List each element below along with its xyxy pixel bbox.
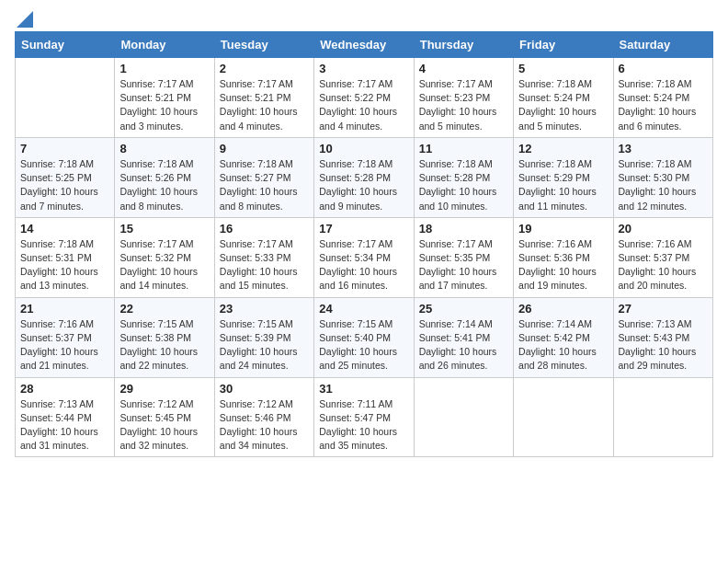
calendar-cell: 18Sunrise: 7:17 AM Sunset: 5:35 PM Dayli… xyxy=(414,217,513,297)
day-info: Sunrise: 7:16 AM Sunset: 5:37 PM Dayligh… xyxy=(20,317,109,373)
day-info: Sunrise: 7:18 AM Sunset: 5:31 PM Dayligh… xyxy=(20,237,109,293)
calendar-body: 1Sunrise: 7:17 AM Sunset: 5:21 PM Daylig… xyxy=(16,58,713,457)
weekday-header-thursday: Thursday xyxy=(414,32,513,58)
day-info: Sunrise: 7:18 AM Sunset: 5:27 PM Dayligh… xyxy=(220,157,309,213)
day-number: 1 xyxy=(119,62,209,75)
day-info: Sunrise: 7:17 AM Sunset: 5:23 PM Dayligh… xyxy=(419,77,508,133)
calendar-cell: 16Sunrise: 7:17 AM Sunset: 5:33 PM Dayli… xyxy=(214,217,313,297)
weekday-header-friday: Friday xyxy=(514,32,613,58)
day-number: 24 xyxy=(319,302,408,316)
day-number: 6 xyxy=(619,62,708,75)
calendar-cell: 8Sunrise: 7:18 AM Sunset: 5:26 PM Daylig… xyxy=(115,137,214,217)
day-info: Sunrise: 7:15 AM Sunset: 5:40 PM Dayligh… xyxy=(319,317,408,373)
calendar-week-5: 28Sunrise: 7:13 AM Sunset: 5:44 PM Dayli… xyxy=(16,377,713,457)
day-number: 13 xyxy=(619,142,708,155)
day-info: Sunrise: 7:12 AM Sunset: 5:45 PM Dayligh… xyxy=(119,397,209,454)
calendar-cell: 19Sunrise: 7:16 AM Sunset: 5:36 PM Dayli… xyxy=(514,217,613,297)
day-number: 16 xyxy=(220,222,309,236)
day-number: 21 xyxy=(20,302,109,316)
day-info: Sunrise: 7:11 AM Sunset: 5:47 PM Dayligh… xyxy=(319,397,408,454)
calendar-cell: 2Sunrise: 7:17 AM Sunset: 5:21 PM Daylig… xyxy=(214,58,313,138)
day-info: Sunrise: 7:17 AM Sunset: 5:33 PM Dayligh… xyxy=(220,237,309,293)
day-number: 12 xyxy=(518,142,608,155)
day-number: 29 xyxy=(119,382,209,396)
day-number: 30 xyxy=(220,382,309,396)
day-number: 31 xyxy=(319,382,408,396)
day-info: Sunrise: 7:14 AM Sunset: 5:42 PM Dayligh… xyxy=(518,317,608,373)
calendar-cell: 17Sunrise: 7:17 AM Sunset: 5:34 PM Dayli… xyxy=(314,217,414,297)
day-number: 5 xyxy=(518,62,608,75)
calendar-cell: 24Sunrise: 7:15 AM Sunset: 5:40 PM Dayli… xyxy=(314,297,414,377)
day-number: 10 xyxy=(319,142,408,155)
day-info: Sunrise: 7:15 AM Sunset: 5:39 PM Dayligh… xyxy=(220,317,309,373)
day-info: Sunrise: 7:17 AM Sunset: 5:32 PM Dayligh… xyxy=(119,237,209,293)
calendar-cell: 23Sunrise: 7:15 AM Sunset: 5:39 PM Dayli… xyxy=(214,297,313,377)
calendar-cell: 31Sunrise: 7:11 AM Sunset: 5:47 PM Dayli… xyxy=(314,377,414,457)
day-number: 28 xyxy=(20,382,109,396)
calendar-header: SundayMondayTuesdayWednesdayThursdayFrid… xyxy=(16,32,713,58)
calendar-cell xyxy=(414,377,513,457)
calendar-cell: 25Sunrise: 7:14 AM Sunset: 5:41 PM Dayli… xyxy=(414,297,513,377)
day-info: Sunrise: 7:17 AM Sunset: 5:34 PM Dayligh… xyxy=(319,237,408,293)
day-number: 8 xyxy=(119,142,209,155)
weekday-header-row: SundayMondayTuesdayWednesdayThursdayFrid… xyxy=(16,32,713,58)
day-info: Sunrise: 7:18 AM Sunset: 5:30 PM Dayligh… xyxy=(619,157,708,213)
day-number: 22 xyxy=(119,302,209,316)
day-info: Sunrise: 7:16 AM Sunset: 5:36 PM Dayligh… xyxy=(518,237,608,293)
day-number: 3 xyxy=(319,62,408,75)
day-number: 15 xyxy=(119,222,209,236)
calendar-cell: 3Sunrise: 7:17 AM Sunset: 5:22 PM Daylig… xyxy=(314,58,414,138)
day-number: 20 xyxy=(619,222,708,236)
day-number: 27 xyxy=(619,302,708,316)
day-info: Sunrise: 7:18 AM Sunset: 5:29 PM Dayligh… xyxy=(518,157,608,213)
calendar-cell xyxy=(16,58,115,138)
day-info: Sunrise: 7:17 AM Sunset: 5:21 PM Dayligh… xyxy=(119,77,209,133)
calendar-cell: 13Sunrise: 7:18 AM Sunset: 5:30 PM Dayli… xyxy=(613,137,712,217)
day-info: Sunrise: 7:17 AM Sunset: 5:22 PM Dayligh… xyxy=(319,77,408,133)
calendar-cell: 15Sunrise: 7:17 AM Sunset: 5:32 PM Dayli… xyxy=(115,217,214,297)
day-number: 26 xyxy=(518,302,608,316)
calendar-cell: 4Sunrise: 7:17 AM Sunset: 5:23 PM Daylig… xyxy=(414,58,513,138)
page-header xyxy=(15,15,713,24)
weekday-header-sunday: Sunday xyxy=(16,32,115,58)
day-number: 17 xyxy=(319,222,408,236)
calendar-cell: 21Sunrise: 7:16 AM Sunset: 5:37 PM Dayli… xyxy=(16,297,115,377)
weekday-header-tuesday: Tuesday xyxy=(214,32,313,58)
svg-marker-0 xyxy=(17,11,33,28)
calendar-cell: 6Sunrise: 7:18 AM Sunset: 5:24 PM Daylig… xyxy=(613,58,712,138)
day-info: Sunrise: 7:15 AM Sunset: 5:38 PM Dayligh… xyxy=(119,317,209,373)
calendar-week-1: 1Sunrise: 7:17 AM Sunset: 5:21 PM Daylig… xyxy=(16,58,713,138)
day-number: 9 xyxy=(220,142,309,155)
calendar-week-3: 14Sunrise: 7:18 AM Sunset: 5:31 PM Dayli… xyxy=(16,217,713,297)
calendar-cell xyxy=(613,377,712,457)
calendar-cell: 7Sunrise: 7:18 AM Sunset: 5:25 PM Daylig… xyxy=(16,137,115,217)
calendar-cell: 5Sunrise: 7:18 AM Sunset: 5:24 PM Daylig… xyxy=(514,58,613,138)
day-info: Sunrise: 7:13 AM Sunset: 5:43 PM Dayligh… xyxy=(619,317,708,373)
calendar-cell: 30Sunrise: 7:12 AM Sunset: 5:46 PM Dayli… xyxy=(214,377,313,457)
day-number: 11 xyxy=(419,142,508,155)
calendar-week-2: 7Sunrise: 7:18 AM Sunset: 5:25 PM Daylig… xyxy=(16,137,713,217)
day-number: 4 xyxy=(419,62,508,75)
day-info: Sunrise: 7:14 AM Sunset: 5:41 PM Dayligh… xyxy=(419,317,508,373)
calendar-cell: 1Sunrise: 7:17 AM Sunset: 5:21 PM Daylig… xyxy=(115,58,214,138)
day-number: 23 xyxy=(220,302,309,316)
day-info: Sunrise: 7:17 AM Sunset: 5:21 PM Dayligh… xyxy=(220,77,309,133)
logo xyxy=(15,15,33,24)
calendar-cell: 11Sunrise: 7:18 AM Sunset: 5:28 PM Dayli… xyxy=(414,137,513,217)
calendar-cell: 27Sunrise: 7:13 AM Sunset: 5:43 PM Dayli… xyxy=(613,297,712,377)
calendar-cell: 22Sunrise: 7:15 AM Sunset: 5:38 PM Dayli… xyxy=(115,297,214,377)
day-number: 7 xyxy=(20,142,109,155)
day-number: 19 xyxy=(518,222,608,236)
calendar-cell: 26Sunrise: 7:14 AM Sunset: 5:42 PM Dayli… xyxy=(514,297,613,377)
day-info: Sunrise: 7:12 AM Sunset: 5:46 PM Dayligh… xyxy=(220,397,309,454)
day-info: Sunrise: 7:17 AM Sunset: 5:35 PM Dayligh… xyxy=(419,237,508,293)
weekday-header-monday: Monday xyxy=(115,32,214,58)
day-info: Sunrise: 7:18 AM Sunset: 5:24 PM Dayligh… xyxy=(619,77,708,133)
day-number: 18 xyxy=(419,222,508,236)
day-number: 25 xyxy=(419,302,508,316)
day-info: Sunrise: 7:13 AM Sunset: 5:44 PM Dayligh… xyxy=(20,397,109,454)
calendar-cell: 9Sunrise: 7:18 AM Sunset: 5:27 PM Daylig… xyxy=(214,137,313,217)
day-info: Sunrise: 7:18 AM Sunset: 5:28 PM Dayligh… xyxy=(319,157,408,213)
day-info: Sunrise: 7:18 AM Sunset: 5:28 PM Dayligh… xyxy=(419,157,508,213)
day-number: 2 xyxy=(220,62,309,75)
